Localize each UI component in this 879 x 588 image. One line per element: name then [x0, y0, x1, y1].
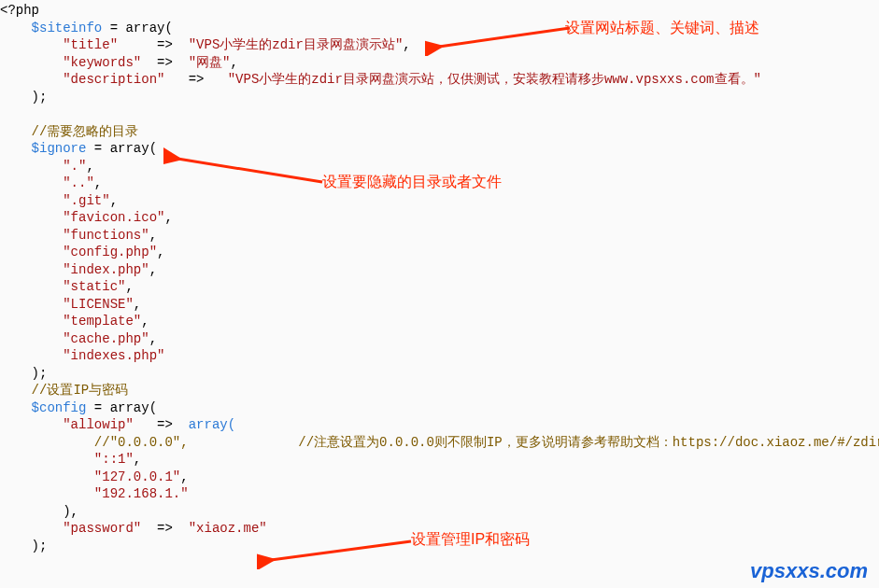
arrow-1-icon [425, 19, 574, 56]
comment-ignore: //需要忽略的目录 [32, 124, 139, 139]
annotation-siteinfo: 设置网站标题、关键词、描述 [565, 19, 759, 38]
svg-line-1 [439, 28, 570, 47]
arrow-2-icon [163, 145, 327, 191]
code-block: <?php $siteinfo = array( "title" => "VPS… [0, 0, 879, 554]
svg-line-3 [177, 159, 322, 182]
annotation-ignore: 设置要隐藏的目录或者文件 [322, 173, 502, 192]
comment-config: //设置IP与密码 [32, 383, 129, 398]
var-siteinfo: $siteinfo [32, 21, 103, 35]
var-config: $config [32, 400, 87, 415]
annotation-config: 设置管理IP和密码 [411, 530, 530, 550]
arrow-3-icon [257, 532, 416, 569]
php-open: <?php [0, 3, 39, 18]
var-ignore: $ignore [32, 141, 87, 156]
svg-line-5 [271, 541, 411, 560]
watermark: vpsxxs.com [750, 559, 868, 583]
